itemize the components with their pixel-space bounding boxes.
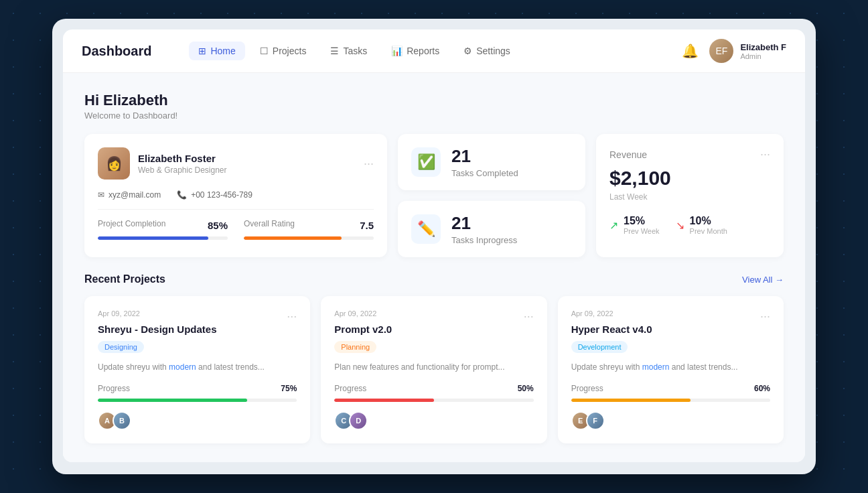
recent-projects-section: Recent Projects View All → Apr 09, 2022 … (84, 273, 784, 443)
view-all-link[interactable]: View All → (742, 275, 784, 285)
profile-info: 👩 Elizabeth Foster Web & Graphic Designe… (98, 147, 227, 180)
trend-up-icon: ↗ (609, 219, 618, 232)
project-1-desc: Update shreyu with modern and latest tre… (98, 361, 297, 373)
contact-row: ✉ xyz@mail.com 📞 +00 123-456-789 (98, 190, 374, 200)
nav-projects[interactable]: ☐ Projects (250, 42, 316, 60)
overall-rating-metric: Overall Rating 7.5 (244, 219, 374, 240)
project-2-date: Apr 09, 2022 (334, 309, 376, 318)
tasks-completed-icon: ✅ (411, 147, 441, 177)
metrics-row: Project Completion 85% Overall Rating 7.… (98, 219, 374, 240)
project-card-2: Apr 09, 2022 ··· Prompt v2.0 Planning Pl… (321, 296, 547, 443)
settings-icon: ⚙ (463, 46, 472, 56)
user-role: Admin (740, 52, 786, 60)
nav-links: ⊞ Home ☐ Projects ☰ Tasks 📊 Reports ⚙ (189, 42, 660, 60)
revenue-amount: $2,100 (609, 167, 770, 190)
project-3-date: Apr 09, 2022 (571, 309, 613, 318)
project-3-progress-label: Progress (571, 384, 603, 393)
nav-right: 🔔 EF Elizabeth F Admin (682, 39, 786, 63)
project-1-progress-bar (98, 399, 297, 402)
project-2-progress-fill (334, 399, 434, 402)
project-3-progress-header: Progress 60% (571, 384, 770, 393)
phone-icon: 📞 (177, 190, 187, 200)
project-2-progress-pct: 50% (518, 384, 534, 393)
project-card-3-header: Apr 09, 2022 ··· (571, 309, 770, 324)
project-3-desc: Update shreyu with modern and latest tre… (571, 361, 770, 373)
project-3-menu[interactable]: ··· (760, 309, 770, 324)
tasks-inprogress-label: Tasks Inprogress (451, 235, 517, 245)
tasks-inprogress-count: 21 (451, 213, 517, 234)
project-3-avatars: E F (571, 411, 601, 430)
user-profile: EF Elizabeth F Admin (709, 39, 786, 63)
avatar-6: F (586, 411, 605, 430)
project-1-menu[interactable]: ··· (287, 309, 297, 324)
nav-reports-label: Reports (407, 46, 439, 56)
nav-reports[interactable]: 📊 Reports (382, 42, 449, 60)
project-2-progress-header: Progress 50% (334, 384, 533, 393)
tasks-column: ✅ 21 Tasks Completed ✏️ 21 Tasks Inprogr… (398, 134, 585, 257)
project-card-3: Apr 09, 2022 ··· Hyper React v4.0 Develo… (558, 296, 784, 443)
greeting: Hi Elizabeth Welcome to Dashboard! (84, 92, 784, 121)
project-2-progress: Progress 50% (334, 384, 533, 402)
project-2-avatars: C D (334, 411, 364, 430)
project-1-avatars: A B (98, 411, 127, 430)
avatar: EF (709, 39, 733, 63)
overall-rating-value: 7.5 (360, 220, 374, 231)
user-name: Elizabeth F (740, 42, 786, 52)
project-1-progress-header: Progress 75% (98, 384, 297, 393)
overall-rating-bar (244, 236, 374, 240)
revenue-stats: ↗ 15% Prev Week ↘ 10% Prev Month (609, 215, 770, 235)
nav-tasks-label: Tasks (343, 46, 367, 56)
project-2-progress-label: Progress (334, 384, 366, 393)
project-2-desc: Plan new features and functionality for … (334, 361, 533, 373)
notification-bell[interactable]: 🔔 (682, 43, 699, 59)
nav-tasks[interactable]: ☰ Tasks (321, 42, 376, 60)
project-2-menu[interactable]: ··· (524, 309, 534, 324)
project-1-date: Apr 09, 2022 (98, 309, 140, 318)
tasks-icon: ☰ (330, 46, 339, 56)
projects-icon: ☐ (260, 46, 269, 56)
project-1-progress-label: Progress (98, 384, 130, 393)
profile-email: ✉ xyz@mail.com (98, 190, 161, 200)
projects-header: Recent Projects View All → (84, 273, 784, 285)
nav-settings[interactable]: ⚙ Settings (454, 42, 520, 60)
profile-name: Elizabeth Foster (138, 153, 227, 164)
revenue-prev-month-stat: ↘ 10% Prev Month (676, 215, 727, 235)
nav-home[interactable]: ⊞ Home (189, 42, 244, 60)
project-2-progress-bar (334, 399, 533, 402)
user-text: Elizabeth F Admin (740, 42, 786, 60)
tasks-completed-card: ✅ 21 Tasks Completed (398, 134, 585, 190)
project-2-badge: Planning (334, 341, 376, 353)
revenue-period: Last Week (609, 192, 770, 202)
prev-week-label: Prev Week (624, 227, 660, 235)
overall-rating-label: Overall Rating (244, 219, 295, 228)
profile-header: 👩 Elizabeth Foster Web & Graphic Designe… (98, 147, 374, 180)
projects-grid: Apr 09, 2022 ··· Shreyu - Design Updates… (84, 296, 784, 443)
project-1-footer: A B (98, 411, 297, 430)
prev-week-info: 15% Prev Week (624, 215, 660, 235)
profile-menu-button[interactable]: ··· (364, 157, 374, 171)
prev-month-label: Prev Month (690, 227, 727, 235)
greeting-hi: Hi Elizabeth (84, 92, 784, 109)
prev-week-pct: 15% (624, 215, 660, 227)
nav-projects-label: Projects (273, 46, 307, 56)
project-completion-bar (98, 236, 228, 240)
tasks-completed-count: 21 (451, 146, 518, 167)
nav-settings-label: Settings (476, 46, 510, 56)
project-3-name: Hyper React v4.0 (571, 324, 770, 335)
revenue-header: Revenue ··· (609, 147, 770, 161)
profile-role: Web & Graphic Designer (138, 165, 227, 175)
project-1-name: Shreyu - Design Updates (98, 324, 297, 335)
project-card-2-header: Apr 09, 2022 ··· (334, 309, 533, 324)
revenue-label: Revenue (609, 149, 647, 160)
revenue-menu-button[interactable]: ··· (760, 147, 770, 161)
divider (98, 209, 374, 210)
project-3-progress: Progress 60% (571, 384, 770, 402)
revenue-prev-week-stat: ↗ 15% Prev Week (609, 215, 660, 235)
project-completion-metric: Project Completion 85% (98, 219, 228, 240)
project-1-badge: Designing (98, 341, 144, 353)
prev-month-pct: 10% (690, 215, 727, 227)
greeting-welcome: Welcome to Dashboard! (84, 111, 784, 121)
main-content: Hi Elizabeth Welcome to Dashboard! 👩 Eli… (63, 73, 805, 462)
project-1-progress-fill (98, 399, 247, 402)
home-icon: ⊞ (198, 46, 206, 56)
